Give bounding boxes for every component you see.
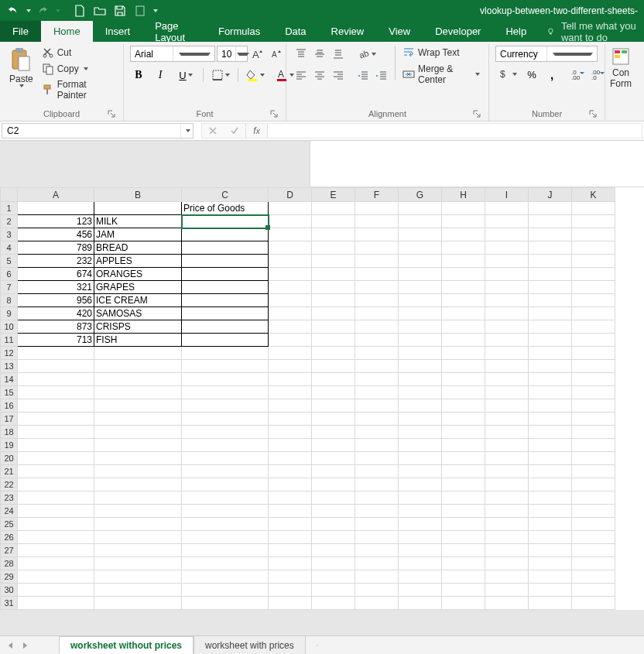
row-header-28[interactable]: 28: [1, 557, 18, 570]
align-right-icon[interactable]: [330, 67, 347, 84]
cell-C3[interactable]: [182, 228, 269, 241]
cell-I18[interactable]: [485, 426, 529, 439]
cell-A14[interactable]: [18, 373, 94, 386]
cell-I31[interactable]: [485, 597, 529, 610]
cell-G26[interactable]: [399, 531, 442, 544]
row-header-3[interactable]: 3: [1, 228, 18, 241]
formula-input[interactable]: [267, 124, 642, 138]
cell-F16[interactable]: [355, 399, 399, 413]
cell-D13[interactable]: [269, 360, 312, 373]
cell-J12[interactable]: [529, 347, 572, 360]
cell-A4[interactable]: 789: [18, 241, 94, 255]
cell-D8[interactable]: [269, 294, 312, 307]
cell-C15[interactable]: [182, 386, 269, 399]
cell-F28[interactable]: [355, 557, 399, 570]
cell-B5[interactable]: APPLES: [94, 255, 182, 268]
cell-D16[interactable]: [269, 399, 312, 413]
cell-I3[interactable]: [485, 228, 529, 241]
cell-A27[interactable]: [18, 544, 94, 557]
orientation-button[interactable]: ab: [355, 46, 379, 63]
cell-E10[interactable]: [312, 320, 355, 334]
cell-D15[interactable]: [269, 386, 312, 399]
cell-H7[interactable]: [442, 281, 485, 294]
cell-G10[interactable]: [399, 320, 442, 334]
cell-I8[interactable]: [485, 294, 529, 307]
cell-H13[interactable]: [442, 360, 485, 373]
cell-A31[interactable]: [18, 597, 94, 610]
cell-F1[interactable]: [355, 202, 399, 215]
cell-K22[interactable]: [572, 478, 615, 491]
cell-E4[interactable]: [312, 241, 355, 255]
cell-K31[interactable]: [572, 597, 615, 610]
cell-E27[interactable]: [312, 544, 355, 557]
cell-G16[interactable]: [399, 399, 442, 413]
cell-D6[interactable]: [269, 268, 312, 281]
cell-F24[interactable]: [355, 505, 399, 518]
cell-A19[interactable]: [18, 439, 94, 452]
col-header-G[interactable]: G: [399, 188, 442, 202]
cell-J28[interactable]: [529, 557, 572, 570]
cell-J31[interactable]: [529, 597, 572, 610]
cell-E18[interactable]: [312, 426, 355, 439]
cell-J24[interactable]: [529, 505, 572, 518]
cell-E9[interactable]: [312, 307, 355, 320]
cell-H10[interactable]: [442, 320, 485, 334]
cell-G23[interactable]: [399, 491, 442, 505]
cell-I20[interactable]: [485, 452, 529, 465]
cell-A2[interactable]: 123: [18, 215, 94, 228]
cell-G15[interactable]: [399, 386, 442, 399]
spreadsheet-grid[interactable]: ABCDEFGHIJK1Price of Goods2123MILK3456JA…: [0, 187, 644, 610]
cell-B29[interactable]: [94, 570, 182, 584]
cell-J2[interactable]: [529, 215, 572, 228]
cell-H25[interactable]: [442, 518, 485, 531]
italic-button[interactable]: I: [152, 67, 169, 84]
cell-J5[interactable]: [529, 255, 572, 268]
align-middle-icon[interactable]: [311, 46, 328, 63]
cell-G18[interactable]: [399, 426, 442, 439]
cell-F14[interactable]: [355, 373, 399, 386]
cell-B19[interactable]: [94, 439, 182, 452]
row-header-2[interactable]: 2: [1, 215, 18, 228]
cell-G2[interactable]: [399, 215, 442, 228]
cell-I5[interactable]: [485, 255, 529, 268]
row-header-14[interactable]: 14: [1, 373, 18, 386]
cell-A17[interactable]: [18, 413, 94, 426]
cell-D26[interactable]: [269, 531, 312, 544]
cell-B3[interactable]: JAM: [94, 228, 182, 241]
cell-J15[interactable]: [529, 386, 572, 399]
cell-B24[interactable]: [94, 505, 182, 518]
cell-I2[interactable]: [485, 215, 529, 228]
font-name-combo[interactable]: Arial: [130, 46, 215, 62]
redo-dropdown[interactable]: [56, 9, 60, 12]
cell-C13[interactable]: [182, 360, 269, 373]
cell-H28[interactable]: [442, 557, 485, 570]
cell-B30[interactable]: [94, 584, 182, 597]
cell-H22[interactable]: [442, 478, 485, 491]
cell-C29[interactable]: [182, 570, 269, 584]
cut-button[interactable]: Cut: [39, 46, 117, 60]
cell-A26[interactable]: [18, 531, 94, 544]
cell-G6[interactable]: [399, 268, 442, 281]
row-header-16[interactable]: 16: [1, 399, 18, 413]
tab-insert[interactable]: Insert: [93, 21, 143, 42]
cell-C8[interactable]: [182, 294, 269, 307]
font-launcher[interactable]: [270, 110, 279, 119]
cell-F26[interactable]: [355, 531, 399, 544]
cell-H27[interactable]: [442, 544, 485, 557]
increase-font-icon[interactable]: A: [249, 46, 266, 63]
paste-button[interactable]: Paste: [6, 46, 36, 89]
cell-B26[interactable]: [94, 531, 182, 544]
cell-I14[interactable]: [485, 373, 529, 386]
decrease-indent-icon[interactable]: [355, 67, 372, 84]
cell-J6[interactable]: [529, 268, 572, 281]
cell-I27[interactable]: [485, 544, 529, 557]
cell-F21[interactable]: [355, 465, 399, 478]
cell-I28[interactable]: [485, 557, 529, 570]
cell-G13[interactable]: [399, 360, 442, 373]
cell-F17[interactable]: [355, 413, 399, 426]
row-header-27[interactable]: 27: [1, 544, 18, 557]
tab-review[interactable]: Review: [319, 21, 377, 42]
cell-G5[interactable]: [399, 255, 442, 268]
cell-C20[interactable]: [182, 452, 269, 465]
cell-H8[interactable]: [442, 294, 485, 307]
